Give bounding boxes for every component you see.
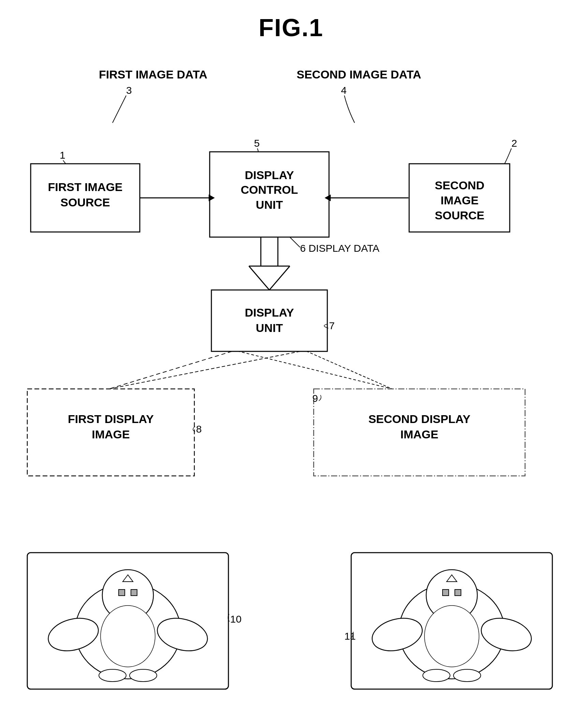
svg-text:UNIT: UNIT [256, 198, 283, 211]
svg-point-67 [424, 606, 479, 667]
svg-text:SECOND: SECOND [435, 179, 484, 192]
svg-text:FIRST IMAGE: FIRST IMAGE [48, 180, 122, 193]
svg-point-55 [99, 669, 126, 682]
svg-text:2: 2 [511, 137, 517, 149]
page-title: FIG.1 [0, 0, 582, 42]
first-image-data-label: FIRST IMAGE DATA [99, 68, 207, 81]
svg-text:DISPLAY: DISPLAY [245, 306, 294, 319]
svg-text:9: 9 [312, 393, 318, 404]
svg-text:UNIT: UNIT [256, 321, 283, 334]
svg-text:CONTROL: CONTROL [241, 183, 298, 196]
svg-text:11: 11 [344, 630, 356, 642]
svg-line-34 [109, 351, 300, 389]
svg-point-66 [453, 669, 481, 682]
svg-text:10: 10 [230, 613, 241, 625]
svg-text:IMAGE: IMAGE [92, 428, 130, 441]
svg-text:4: 4 [341, 85, 347, 96]
svg-point-56 [130, 669, 157, 682]
svg-text:1: 1 [60, 149, 65, 161]
svg-line-33 [239, 351, 392, 389]
svg-rect-52 [131, 589, 137, 596]
svg-line-24 [249, 266, 269, 290]
svg-text:3: 3 [126, 85, 132, 96]
svg-rect-62 [455, 589, 461, 596]
svg-text:SOURCE: SOURCE [435, 209, 484, 222]
svg-point-65 [423, 669, 450, 682]
svg-point-57 [101, 606, 155, 667]
svg-text:SECOND DISPLAY: SECOND DISPLAY [368, 412, 470, 425]
svg-text:8: 8 [196, 423, 202, 435]
svg-text:DISPLAY: DISPLAY [245, 169, 294, 181]
svg-rect-27 [211, 290, 327, 351]
svg-text:7: 7 [329, 320, 335, 331]
svg-line-25 [269, 266, 290, 290]
svg-line-32 [109, 351, 232, 389]
svg-rect-61 [443, 589, 449, 596]
svg-text:SOURCE: SOURCE [60, 196, 110, 209]
svg-text:FIRST DISPLAY: FIRST DISPLAY [68, 412, 154, 425]
svg-text:IMAGE: IMAGE [441, 194, 478, 207]
svg-text:6 DISPLAY DATA: 6 DISPLAY DATA [300, 243, 379, 254]
svg-text:IMAGE: IMAGE [400, 428, 438, 441]
second-image-data-label: SECOND IMAGE DATA [297, 68, 421, 81]
svg-text:5: 5 [254, 137, 260, 149]
svg-line-21 [290, 237, 300, 247]
svg-line-35 [307, 351, 392, 389]
svg-rect-51 [119, 589, 125, 596]
